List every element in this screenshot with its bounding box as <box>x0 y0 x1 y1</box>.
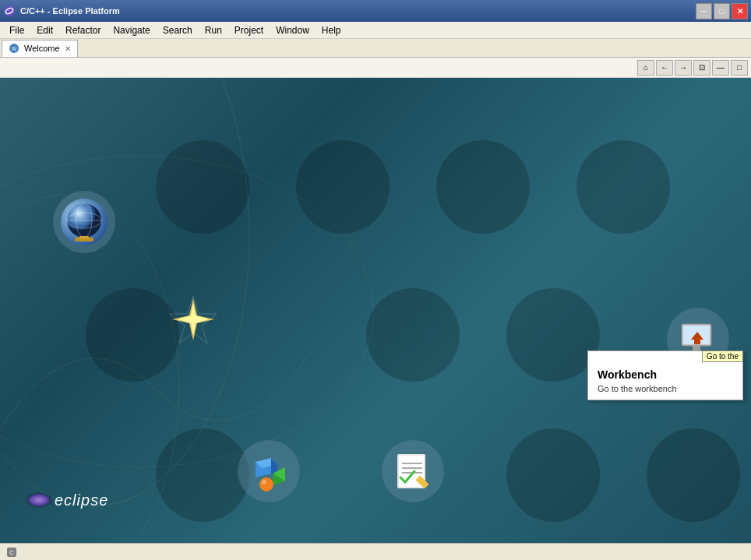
tab-welcome[interactable]: W Welcome ✕ <box>2 40 78 57</box>
workbench-tooltip: Go to the Workbench Go to the workbench <box>587 350 743 400</box>
forward-button[interactable]: → <box>675 60 692 76</box>
back-button[interactable]: ← <box>656 60 673 76</box>
svg-text:C: C <box>9 549 14 556</box>
minimize-button[interactable]: ─ <box>696 3 712 19</box>
menu-window[interactable]: Window <box>270 23 316 37</box>
deco-circle <box>647 428 740 522</box>
print-button[interactable]: ⊡ <box>693 60 710 76</box>
overview-icon-button[interactable] <box>53 191 115 253</box>
eclipse-logo-svg: eclipse <box>23 488 117 512</box>
status-left: C <box>6 547 17 558</box>
status-bar: C <box>0 543 751 560</box>
tab-close-button[interactable]: ✕ <box>65 44 71 53</box>
home-button[interactable]: ⌂ <box>637 60 654 76</box>
deco-circle <box>86 288 179 382</box>
deco-circle <box>296 140 390 234</box>
deco-circle <box>156 140 249 234</box>
svg-point-21 <box>259 477 273 491</box>
blocks-icon <box>248 450 291 493</box>
title-text: C/C++ - Eclipse Platform <box>3 5 120 17</box>
menu-bar: File Edit Refactor Navigate Search Run P… <box>0 22 751 39</box>
deco-circle <box>576 140 670 234</box>
deco-circle <box>506 288 600 382</box>
menu-help[interactable]: Help <box>316 23 347 37</box>
new-project-icon-button[interactable] <box>238 440 300 502</box>
menu-navigate[interactable]: Navigate <box>107 23 156 37</box>
welcome-area: Go to the Workbench Go to the workbench … <box>0 78 751 543</box>
star-icon <box>166 292 220 347</box>
window-title: C/C++ - Eclipse Platform <box>20 6 120 16</box>
menu-run[interactable]: Run <box>199 23 228 37</box>
tab-label: Welcome <box>24 44 60 53</box>
close-button[interactable]: ✕ <box>732 3 748 19</box>
tab-bar: W Welcome ✕ <box>0 39 751 58</box>
menu-edit[interactable]: Edit <box>30 23 59 37</box>
status-icon: C <box>6 547 17 558</box>
tooltip-title: Workbench <box>598 368 733 381</box>
nav-toolbar: ⌂ ← → ⊡ — □ <box>0 58 751 78</box>
title-bar: C/C++ - Eclipse Platform ─ □ ✕ <box>0 0 751 22</box>
svg-text:W: W <box>12 46 17 51</box>
app-icon <box>3 5 16 17</box>
menu-file[interactable]: File <box>3 23 30 37</box>
deco-circle <box>366 288 460 382</box>
menu-project[interactable]: Project <box>228 23 270 37</box>
globe-icon <box>61 199 108 245</box>
deco-circle <box>156 428 249 522</box>
minimize-view-button[interactable]: — <box>712 60 729 76</box>
window-controls: ─ □ ✕ <box>696 3 748 19</box>
svg-point-22 <box>262 480 266 484</box>
welcome-tab-icon: W <box>9 43 19 54</box>
eclipse-logo: eclipse <box>23 488 117 512</box>
svg-rect-12 <box>79 236 89 239</box>
menu-refactor[interactable]: Refactor <box>59 23 107 37</box>
tutorials-icon-button[interactable] <box>382 440 444 502</box>
maximize-button[interactable]: □ <box>714 3 730 19</box>
svg-marker-15 <box>178 303 209 336</box>
svg-point-35 <box>25 492 53 508</box>
deco-circle <box>506 428 600 522</box>
deco-circle <box>436 140 530 234</box>
svg-text:eclipse: eclipse <box>55 491 108 509</box>
checklist-icon <box>393 451 433 491</box>
tooltip-description: Go to the workbench <box>598 384 733 393</box>
menu-search[interactable]: Search <box>157 23 199 37</box>
whats-new-icon-button[interactable] <box>162 288 224 350</box>
tooltip-tab: Go to the <box>702 350 743 362</box>
maximize-view-button[interactable]: □ <box>731 60 748 76</box>
